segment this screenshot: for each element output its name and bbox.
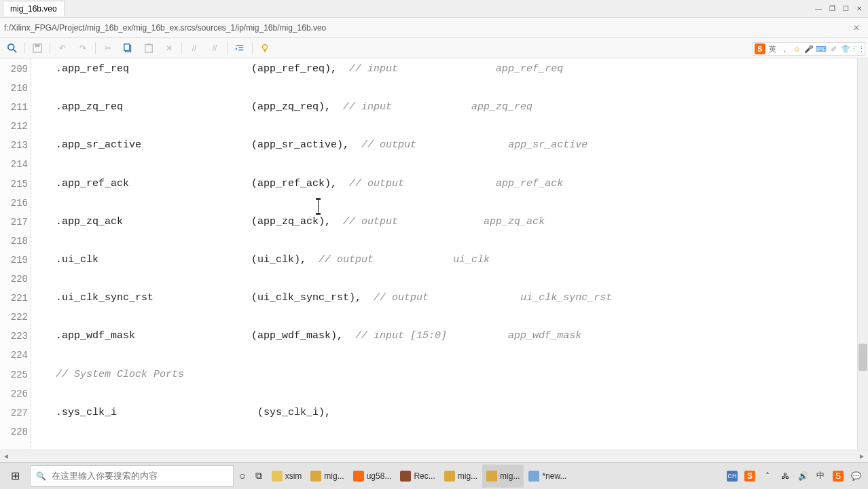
path-close-icon[interactable]: ✕ <box>849 23 864 33</box>
code-line[interactable] <box>31 194 857 213</box>
redo-icon[interactable]: ↷ <box>73 40 92 56</box>
code-line[interactable]: // System Clock Ports <box>31 365 857 384</box>
lightbulb-icon[interactable] <box>255 40 274 56</box>
sogou-icon[interactable]: S <box>755 43 765 54</box>
start-button[interactable]: ⊞ <box>1 465 29 488</box>
system-tray[interactable]: CH S ˄ 🖧 🔊 中 S 💬 <box>721 471 867 482</box>
line-number: 221 <box>0 289 31 308</box>
tray-lang-icon[interactable]: 中 <box>815 471 826 482</box>
tray-sogou2-icon[interactable]: S <box>833 471 844 482</box>
task-cortana-icon[interactable]: ○ <box>235 465 250 488</box>
line-number: 225 <box>0 365 31 384</box>
code-line[interactable] <box>31 384 857 403</box>
line-number: 213 <box>0 136 31 155</box>
code-line[interactable] <box>31 155 857 174</box>
comment-icon[interactable]: // <box>185 40 204 56</box>
tray-chevron-up-icon[interactable]: ˄ <box>762 471 773 482</box>
tray-sogou-icon[interactable]: S <box>744 471 755 482</box>
ime-a-icon[interactable]: ✐ <box>828 43 839 54</box>
ime-keyboard-icon[interactable]: ⌨ <box>816 43 827 54</box>
ime-mic-icon[interactable]: 🎤 <box>803 43 814 54</box>
ime-toolbar[interactable]: S 英 ， ☺ 🎤 ⌨ ✐ 👕 ⋮⋮ <box>753 42 865 56</box>
line-number: 223 <box>0 327 31 346</box>
code-line[interactable]: .app_wdf_mask (app_wdf_mask), // input [… <box>31 327 857 346</box>
scrollbar-thumb[interactable] <box>858 344 867 371</box>
taskbar-item[interactable]: xsim <box>268 465 306 488</box>
tray-volume-icon[interactable]: 🔊 <box>797 471 808 482</box>
line-number: 211 <box>0 98 31 117</box>
code-line[interactable] <box>31 308 857 327</box>
line-number: 222 <box>0 308 31 327</box>
code-line[interactable]: .app_sr_active (app_sr_active), // outpu… <box>31 136 857 155</box>
line-number: 212 <box>0 117 31 136</box>
code-content[interactable]: .app_ref_req (app_ref_req), // input app… <box>31 58 857 450</box>
ime-menu-icon[interactable]: ⋮⋮ <box>852 43 863 54</box>
ime-face-icon[interactable]: ☺ <box>791 43 802 54</box>
copy-icon[interactable] <box>119 40 138 56</box>
horizontal-scrollbar[interactable]: ◄ ► <box>0 450 868 462</box>
taskbar-item[interactable]: mig... <box>306 465 348 488</box>
scroll-left-icon[interactable]: ◄ <box>0 452 12 460</box>
line-number: 220 <box>0 270 31 289</box>
minimize-button[interactable]: — <box>812 3 825 14</box>
maximize-button[interactable]: ☐ <box>839 3 852 14</box>
code-line[interactable]: .app_zq_req (app_zq_req), // input app_z… <box>31 98 857 117</box>
line-number: 214 <box>0 155 31 174</box>
ime-skin-icon[interactable]: 👕 <box>840 43 851 54</box>
undo-icon[interactable]: ↶ <box>53 40 72 56</box>
tray-lang-badge[interactable]: CH <box>727 471 738 482</box>
editor-area: 2092102112122132142152162172182192202212… <box>0 58 868 450</box>
search-icon[interactable] <box>3 40 22 56</box>
app-icon <box>310 471 321 482</box>
code-line[interactable]: .ui_clk (ui_clk), // output ui_clk <box>31 251 857 270</box>
svg-marker-11 <box>236 48 238 50</box>
taskbar-item-label: mig... <box>324 471 344 481</box>
code-line[interactable] <box>31 422 857 441</box>
restore-button[interactable]: ❐ <box>826 3 838 14</box>
code-line[interactable] <box>31 232 857 251</box>
delete-icon[interactable]: ✕ <box>160 40 179 56</box>
code-line[interactable] <box>31 79 857 98</box>
taskbar-item-label: ug58... <box>367 471 392 481</box>
scroll-right-icon[interactable]: ► <box>856 452 868 460</box>
cut-icon[interactable]: ✂ <box>98 40 117 56</box>
svg-rect-7 <box>147 43 150 46</box>
tray-network-icon[interactable]: 🖧 <box>780 471 791 482</box>
svg-line-1 <box>14 49 16 52</box>
vertical-scrollbar[interactable] <box>857 58 868 450</box>
taskbar-item[interactable]: mig... <box>440 465 482 488</box>
taskbar-search[interactable]: 🔍 <box>30 465 234 487</box>
line-number: 227 <box>0 403 31 422</box>
task-view-icon[interactable]: ⧉ <box>251 465 266 488</box>
tray-notifications-icon[interactable]: 💬 <box>850 471 861 482</box>
path-bar: f:/Xilinx_FPGA/Project/mig_16b_ex/mig_16… <box>0 18 868 38</box>
taskbar-item[interactable]: Rec... <box>396 465 439 488</box>
search-input[interactable] <box>52 471 228 481</box>
save-icon[interactable] <box>28 40 47 56</box>
code-line[interactable]: .app_ref_req (app_ref_req), // input app… <box>31 60 857 79</box>
taskbar-item[interactable]: *new... <box>524 465 571 488</box>
indent-icon[interactable] <box>230 40 249 56</box>
file-tab[interactable]: mig_16b.veo <box>3 1 65 16</box>
titlebar: mig_16b.veo — ❐ ☐ ✕ <box>0 0 868 18</box>
code-line[interactable] <box>31 270 857 289</box>
taskbar-item[interactable]: ug58... <box>349 465 396 488</box>
line-number: 228 <box>0 422 31 441</box>
code-line[interactable] <box>31 117 857 136</box>
taskbar-item[interactable]: mig... <box>482 465 524 488</box>
code-line[interactable]: .sys_clk_i (sys_clk_i), <box>31 403 857 422</box>
editor-toolbar: ↶ ↷ ✂ ✕ // // Read-only <box>0 38 868 58</box>
taskbar-item-label: xsim <box>285 471 302 481</box>
windows-icon: ⊞ <box>11 469 20 482</box>
ime-lang-label[interactable]: 英 <box>767 43 778 54</box>
code-line[interactable]: .ui_clk_sync_rst (ui_clk_sync_rst), // o… <box>31 289 857 308</box>
code-line[interactable] <box>31 346 857 365</box>
app-icon <box>444 471 455 482</box>
code-line[interactable]: .app_ref_ack (app_ref_ack), // output ap… <box>31 175 857 194</box>
uncomment-icon[interactable]: // <box>205 40 224 56</box>
paste-icon[interactable] <box>139 40 158 56</box>
close-button[interactable]: ✕ <box>853 3 865 14</box>
code-line[interactable]: .app_zq_ack (app_zq_ack), // output app_… <box>31 213 857 232</box>
svg-point-0 <box>8 43 14 50</box>
text-cursor <box>318 200 319 213</box>
